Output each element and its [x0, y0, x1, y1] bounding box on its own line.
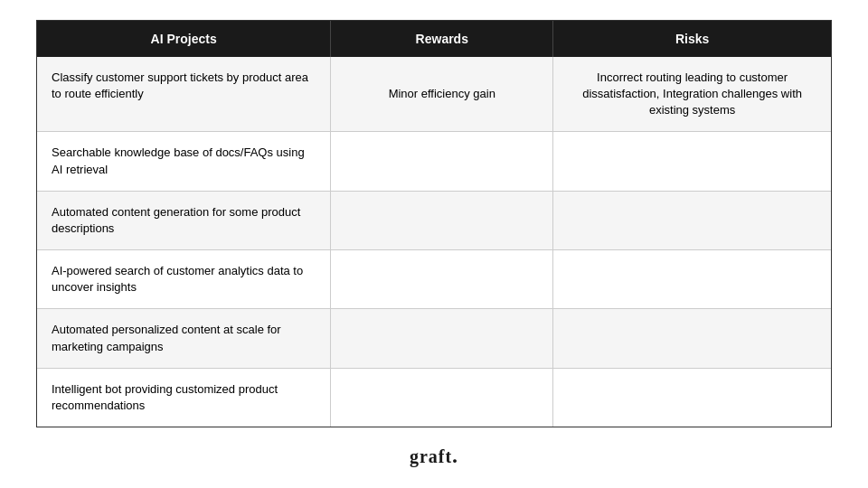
table-row: Automated content generation for some pr…: [37, 191, 831, 249]
cell-project: Intelligent bot providing customized pro…: [37, 368, 331, 427]
header-ai-projects: AI Projects: [37, 21, 331, 57]
header-rewards: Rewards: [331, 21, 553, 57]
main-table-wrapper: AI Projects Rewards Risks Classify custo…: [36, 20, 832, 427]
cell-rewards: [331, 368, 553, 427]
cell-project: AI-powered search of customer analytics …: [37, 250, 331, 309]
cell-risks: Incorrect routing leading to customer di…: [553, 57, 831, 132]
brand-footer: graft.: [410, 444, 458, 468]
ai-projects-table: AI Projects Rewards Risks Classify custo…: [37, 21, 831, 427]
cell-rewards: [331, 132, 553, 191]
cell-rewards: [331, 191, 553, 249]
cell-rewards: [331, 309, 553, 368]
cell-project: Automated content generation for some pr…: [37, 191, 331, 249]
cell-risks: [553, 368, 831, 427]
brand-name: graft: [410, 446, 452, 466]
cell-risks: [553, 191, 831, 249]
table-row: Automated personalized content at scale …: [37, 309, 831, 368]
cell-project: Automated personalized content at scale …: [37, 309, 331, 368]
table-row: Classify customer support tickets by pro…: [37, 57, 831, 132]
table-header-row: AI Projects Rewards Risks: [37, 21, 831, 57]
cell-project: Classify customer support tickets by pro…: [37, 57, 331, 132]
table-row: AI-powered search of customer analytics …: [37, 250, 831, 309]
cell-risks: [553, 250, 831, 309]
cell-risks: [553, 309, 831, 368]
table-row: Intelligent bot providing customized pro…: [37, 368, 831, 427]
cell-rewards: [331, 250, 553, 309]
table-row: Searchable knowledge base of docs/FAQs u…: [37, 132, 831, 191]
cell-rewards: Minor efficiency gain: [331, 57, 553, 132]
header-risks: Risks: [553, 21, 831, 57]
brand-dot: .: [452, 444, 458, 467]
cell-risks: [553, 132, 831, 191]
cell-project: Searchable knowledge base of docs/FAQs u…: [37, 132, 331, 191]
